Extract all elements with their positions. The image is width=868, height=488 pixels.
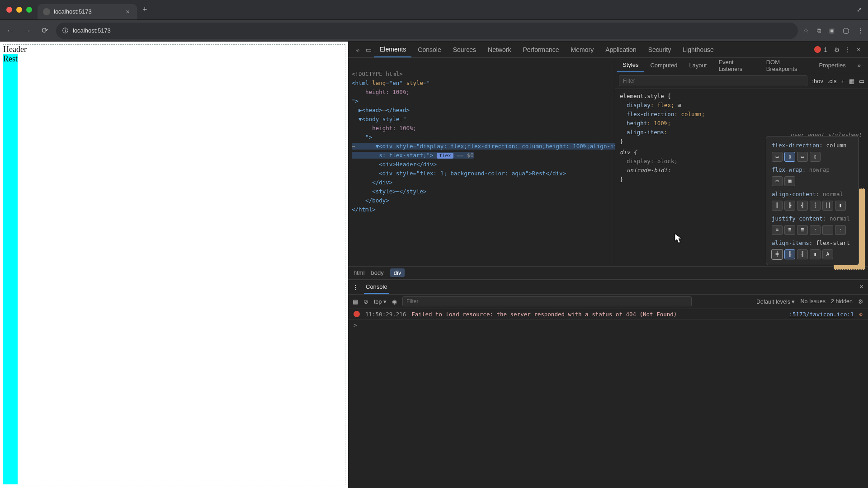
ac-start-button[interactable]: ╟ [784,201,795,211]
new-tab-button[interactable]: + [142,5,147,14]
sidepanel-icon[interactable]: ▣ [829,27,835,34]
ai-center-button[interactable]: ╪ [772,249,783,259]
dom-line[interactable]: ▶<head>⋯</head> [352,107,410,113]
back-button[interactable]: ← [5,26,16,35]
new-rule-button[interactable]: + [841,78,844,84]
styles-tab-event-listeners[interactable]: Event Listeners [713,56,760,75]
bookmark-star-icon[interactable]: ☆ [803,27,809,34]
ai-baseline-button[interactable]: A [822,249,833,259]
jc-end-button[interactable]: ≣ [797,225,808,235]
zoom-window-button[interactable] [26,7,32,13]
console-levels-select[interactable]: Default levels ▾ [756,298,795,305]
styles-computed-icon[interactable]: ▭ [859,78,864,84]
jc-start-button[interactable]: ≣ [784,225,795,235]
dom-selected-line[interactable]: ⋯ ▼<div style="display: flex;flex-direct… [352,143,615,159]
forward-button[interactable]: → [22,26,33,35]
prop-flex-direction-value[interactable]: : column; [674,111,705,117]
crumb-html[interactable]: html [354,269,365,276]
devtools-settings-icon[interactable]: ⚙ [832,46,842,53]
ua-prop-display[interactable]: display: block; [627,158,678,164]
close-window-button[interactable] [6,7,12,13]
tab-lighthouse[interactable]: Lighthouse [677,42,719,57]
fd-row-button[interactable]: ▭ [772,152,783,162]
console-context-select[interactable]: top ▾ [374,298,387,305]
ua-prop-unicode-bidi[interactable]: unicode-bidi: [627,167,671,174]
prop-height[interactable]: height [627,120,647,127]
dom-line[interactable]: <!DOCTYPE html> [352,70,403,77]
console-sidebar-icon[interactable]: ▤ [353,298,358,305]
tab-security[interactable]: Security [643,42,677,57]
styles-tab-layout[interactable]: Layout [684,59,712,72]
tab-console[interactable]: Console [412,42,446,57]
styles-tab-computed[interactable]: Computed [645,59,683,72]
fw-wrap-button[interactable]: ▦ [784,176,795,186]
styles-body[interactable]: element.style { display: flex; ⊞ flex-di… [615,89,868,266]
browser-tab[interactable]: localhost:5173 × [38,4,137,19]
devtools-close-icon[interactable]: × [854,46,863,53]
tab-application[interactable]: Application [600,42,642,57]
console-clear-icon[interactable]: ⊘ [363,298,368,305]
prop-display-value[interactable]: : flex; [651,102,675,108]
flex-badge[interactable]: flex [437,153,453,159]
site-info-icon[interactable]: ⓘ [62,27,68,35]
dom-line[interactable]: <div style="flex: 1; background-color: a… [352,170,566,177]
styles-tab-more-icon[interactable]: » [852,59,866,72]
ai-stretch-button[interactable]: ▮ [810,249,821,259]
styles-tab-styles[interactable]: Styles [617,58,644,72]
ac-center-button[interactable]: ║ [772,201,783,211]
styles-tab-properties[interactable]: Properties [814,59,851,72]
fw-nowrap-button[interactable]: ▭ [772,176,783,186]
flex-editor-icon[interactable]: ⊞ [678,102,681,108]
ac-space-around-button[interactable]: ┆ [810,201,821,211]
devtools-more-icon[interactable]: ⋮ [843,46,853,53]
console-drawer-tab[interactable]: Console [364,281,389,294]
dom-line[interactable]: ▼<body style=" [352,116,406,122]
jc-space-evenly-button[interactable]: ⋮ [835,225,846,235]
console-settings-icon[interactable]: ⚙ [858,298,863,305]
console-issues[interactable]: No Issues [800,298,826,305]
dom-line[interactable]: </html> [352,206,376,213]
address-bar[interactable]: ⓘ localhost:5173 [56,23,798,39]
device-toolbar-icon[interactable]: ▭ [363,46,373,53]
prop-align-items-value[interactable]: : [664,129,668,136]
selector-element-style[interactable]: element.style { [620,93,671,99]
ac-space-between-button[interactable]: ││ [822,201,833,211]
console-prompt[interactable]: > [348,320,868,330]
tab-elements[interactable]: Elements [374,42,411,57]
console-live-expr-icon[interactable]: ◉ [392,298,397,305]
dom-line[interactable]: <div>Header</div> [352,161,437,168]
crumb-body[interactable]: body [371,269,384,276]
tab-memory[interactable]: Memory [566,42,599,57]
fd-row-reverse-button[interactable]: ▭ [797,152,808,162]
selector-div[interactable]: div { [620,149,637,155]
crumb-div[interactable]: div [390,268,405,277]
prop-display[interactable]: display [627,102,651,108]
styles-filter-input[interactable] [619,75,807,86]
console-hidden[interactable]: 2 hidden [831,298,853,305]
console-drawer-close-icon[interactable]: × [859,283,863,291]
ai-start-button[interactable]: ╟ [784,249,795,259]
tab-sources[interactable]: Sources [448,42,481,57]
minimize-window-button[interactable] [16,7,22,13]
prop-height-value[interactable]: : 100%; [647,120,671,127]
styles-tab-dom-breakpoints[interactable]: DOM Breakpoints [761,56,813,75]
tab-network[interactable]: Network [482,42,516,57]
jc-space-around-button[interactable]: ⋮ [822,225,833,235]
log-source-link[interactable]: :5173/favicon.ico:1 [789,311,854,318]
prop-align-items[interactable]: align-items [627,129,664,136]
dom-line[interactable]: </body> [352,197,389,204]
cls-toggle[interactable]: .cls [828,78,837,84]
error-counter[interactable]: 1 [814,46,827,53]
fd-column-reverse-button[interactable]: ▯ [810,152,821,162]
inspect-icon[interactable]: ⟐ [353,46,363,53]
dom-line[interactable]: <html lang="en" style=" [352,80,430,86]
extensions-icon[interactable]: ⧉ [817,27,821,34]
fd-column-button[interactable]: ▯ [784,152,795,162]
reload-button[interactable]: ⟳ [39,26,51,35]
tab-close-icon[interactable]: × [126,8,130,15]
ac-stretch-button[interactable]: ▮ [835,201,846,211]
console-log-row[interactable]: 11:50:29.216 Failed to load resource: th… [348,309,868,320]
dom-line[interactable]: </div> [352,179,392,186]
jc-center-button[interactable]: ≡ [772,225,783,235]
hov-toggle[interactable]: :hov [812,78,823,84]
